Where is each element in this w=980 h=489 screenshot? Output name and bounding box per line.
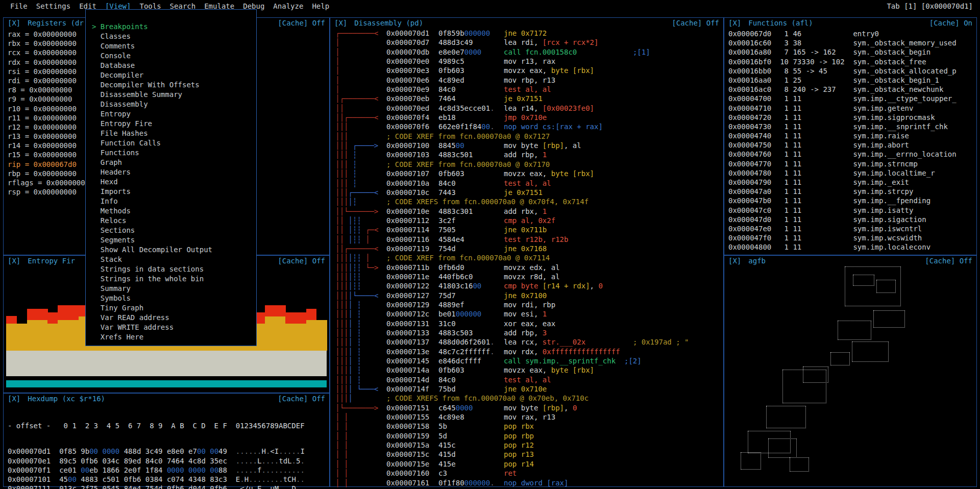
- disasm-address[interactable]: 0x0000715a: [386, 441, 438, 450]
- disasm-address[interactable]: 0x00007151: [386, 403, 438, 412]
- view-menu-item-summary[interactable]: Summary: [92, 284, 256, 294]
- view-menu-item-strings-in-data-sections[interactable]: Strings in data sections: [92, 264, 256, 274]
- close-icon[interactable]: [X]: [8, 395, 20, 403]
- view-menu-item-graph[interactable]: Graph: [92, 158, 256, 167]
- function-row[interactable]: 0x00004800 1 11 sym.imp.localeconv: [728, 242, 976, 252]
- disasm-line[interactable]: ││0x000070ed4c8d35ecce01.lea r14, [0x000…: [335, 104, 723, 113]
- disasm-address[interactable]: 0x00007114: [386, 225, 438, 234]
- disasm-line[interactable]: │0x000070e04989c5mov r13, rax: [335, 57, 723, 66]
- disasm-line[interactable]: ││┌──────<0x00007119754djne 0x7168: [335, 244, 723, 253]
- disasm-line[interactable]: │0x000070e984c0test al, al: [335, 85, 723, 94]
- view-menu-item-file-hashes[interactable]: File Hashes: [92, 129, 256, 138]
- function-row[interactable]: 0x000067d0 1 46 entry0: [728, 29, 976, 38]
- disasm-line[interactable]: ││││┆┆0x0000711e440fb6c0movzx r8d, al: [335, 272, 723, 281]
- disasm-line[interactable]: │││ ┆0x0000710a84c0test al, al: [335, 179, 723, 188]
- disasm-comment-line[interactable]: │││; CODE XREF from fcn.000070a0 @ 0x712…: [335, 132, 723, 141]
- hexdump-row[interactable]: 0x00007101 4500 4883 c501 0fb6 0384 c074…: [8, 475, 329, 484]
- function-row[interactable]: 0x00004740 1 11 sym.imp.raise: [728, 131, 976, 140]
- disasm-line[interactable]: │││ ┆0x000071070fb603movzx eax, byte [rb…: [335, 169, 723, 178]
- hexdump-row[interactable]: 0x000070f1 ce01 00eb 1866 2e0f 1f84 0000…: [8, 466, 329, 475]
- disasm-address[interactable]: 0x0000712c: [386, 309, 438, 319]
- disasm-address[interactable]: 0x00007161: [386, 478, 438, 487]
- function-row[interactable]: 0x000047b0 1 11 sym.imp.__fpending: [728, 196, 976, 205]
- disasm-line[interactable]: ││││ └───<0x0000714f75bdjne 0x710e: [335, 384, 723, 394]
- disasm-line[interactable]: ││ │┆┆ ┌─<0x000071147505jne 0x711b: [335, 225, 723, 234]
- close-icon[interactable]: [X]: [334, 19, 347, 27]
- disasm-address[interactable]: 0x0000711b: [386, 263, 438, 272]
- view-menu-item-disassembly[interactable]: Disassembly: [92, 100, 256, 109]
- view-menu-item-methods[interactable]: Methods: [92, 206, 256, 216]
- view-menu-item-comments[interactable]: Comments: [92, 41, 256, 51]
- disasm-comment-line[interactable]: ││││┆; CODE XREFS from fcn.000070a0 @ 0x…: [335, 197, 723, 206]
- disasm-address[interactable]: 0x0000710e: [386, 207, 438, 216]
- view-menu-item-breakpoints[interactable]: > Breakpoints: [92, 22, 256, 32]
- view-menu-item-imports[interactable]: Imports: [92, 187, 256, 197]
- hexdump-row[interactable]: 0x00007111 013c 2f75 0545 84e4 754d 0fb6…: [8, 484, 329, 489]
- view-menu-item-entropy[interactable]: Entropy: [92, 109, 256, 119]
- disasm-line[interactable]: ││┌──────<0x000070f4eb18jmp 0x710e: [335, 113, 723, 122]
- disasm-address[interactable]: 0x0000710a: [386, 179, 438, 188]
- disasm-address[interactable]: 0x0000715e: [386, 459, 438, 469]
- disasm-address[interactable]: 0x000070f4: [386, 113, 438, 122]
- function-row[interactable]: 0x00004780 1 11 sym.imp.localtime_r: [728, 168, 976, 178]
- function-row[interactable]: 0x00004760 1 11 sym.imp.__errno_location: [728, 150, 976, 159]
- disasm-address[interactable]: 0x00007160: [386, 469, 438, 478]
- disasm-line[interactable]: │└───────>0x00007151c6450000mov byte [rb…: [335, 403, 723, 412]
- disasm-address[interactable]: 0x00007103: [386, 150, 438, 159]
- disasm-line[interactable]: │ │0x0000715c415dpop r13: [335, 450, 723, 459]
- view-menu-item-classes[interactable]: Classes: [92, 32, 256, 41]
- disassembly-panel-titlebar[interactable]: [X]Disassembly (pd)[Cache] Off: [330, 18, 723, 28]
- disasm-address[interactable]: 0x000070eb: [386, 94, 438, 103]
- disasm-address[interactable]: 0x00007116: [386, 235, 438, 244]
- view-menu-item-sections[interactable]: Sections: [92, 226, 256, 235]
- disasm-address[interactable]: 0x0000714f: [386, 384, 438, 394]
- function-row[interactable]: 0x00004720 1 11 sym.imp.sigprocmask: [728, 113, 976, 122]
- disasm-address[interactable]: 0x00007129: [386, 300, 438, 309]
- disasm-line[interactable]: │0x000070d7488d3c49lea rdi, [rcx + rcx*2…: [335, 38, 723, 47]
- view-menu-item-relocs[interactable]: Relocs: [92, 216, 256, 226]
- menu-item-settings[interactable]: Settings: [36, 2, 70, 10]
- disasm-comment-line[interactable]: ││││┆┆ │; CODE XREF from fcn.000070a0 @ …: [335, 253, 723, 262]
- disasm-line[interactable]: ││││┆┆0x0000712241803c1600cmp byte [r14 …: [335, 281, 723, 290]
- disasm-line[interactable]: │││┌─────<0x0000710c7443je 0x7151: [335, 188, 723, 197]
- disasm-line[interactable]: │ │0x00007160c3ret: [335, 469, 723, 478]
- disasm-line[interactable]: │││ ┌────>0x00007100884500mov byte [rbp]…: [335, 141, 723, 150]
- disasm-address[interactable]: 0x00007107: [386, 169, 438, 178]
- disasm-line[interactable]: │ │0x0000715a415cpop r12: [335, 441, 723, 450]
- view-menu-item-hexd[interactable]: Hexd: [92, 177, 256, 187]
- function-row[interactable]: 0x00004710 1 11 sym.imp.getenv: [728, 104, 976, 113]
- view-menu-item-stack[interactable]: Stack: [92, 255, 256, 264]
- disasm-line[interactable]: │ │0x000071595dpop rbp: [335, 431, 723, 441]
- disasm-address[interactable]: 0x000070e3: [386, 66, 438, 75]
- disasm-line[interactable]: ││││ ┆0x0000713e48c7c2ffffff.mov rdx, 0x…: [335, 347, 723, 356]
- disasm-address[interactable]: 0x000070f6: [386, 122, 438, 131]
- close-icon[interactable]: [X]: [8, 257, 20, 265]
- view-menu-item-entropy-fire[interactable]: Entropy Fire: [92, 119, 256, 129]
- disasm-address[interactable]: 0x00007158: [386, 422, 438, 431]
- hexdump-panel-titlebar[interactable]: [X]Hexdump (xc $r*16)[Cache] Off: [4, 394, 329, 404]
- disasm-address[interactable]: 0x0000711e: [386, 272, 438, 281]
- disasm-address[interactable]: 0x00007119: [386, 244, 438, 253]
- function-row[interactable]: 0x00016c60 3 38 sym._obstack_memory_used: [728, 38, 976, 47]
- function-row[interactable]: 0x000047c0 1 11 sym.imp.isatty: [728, 206, 976, 215]
- disasm-address[interactable]: 0x000070ed: [386, 104, 438, 113]
- view-menu-item-headers[interactable]: Headers: [92, 167, 256, 177]
- disasm-line[interactable]: │0x000070dbe8e0e70000call fcn.000158c0 ;…: [335, 47, 723, 57]
- disasm-line[interactable]: │ │0x000071610f1f80000000.nop dword [rax…: [335, 478, 723, 487]
- hexdump-row[interactable]: 0x000070d1 0f85 9b00 0000 488d 3c49 e8e0…: [8, 447, 329, 456]
- disasm-line[interactable]: ││││ ┆0x000071334883c503add rbp, 3: [335, 328, 723, 337]
- function-row[interactable]: 0x00004790 1 11 sym.imp._exit: [728, 178, 976, 187]
- disasm-line[interactable]: ││││ ┆0x0000714d84c0test al, al: [335, 375, 723, 384]
- disasm-address[interactable]: 0x0000710c: [386, 188, 438, 197]
- disasm-comment-line[interactable]: ││││; CODE XREFS from fcn.000070a0 @ 0x7…: [335, 394, 723, 403]
- disasm-address[interactable]: 0x000070d7: [386, 38, 438, 47]
- view-menu-item-decompiler-with-offsets[interactable]: Decompiler With Offsets: [92, 80, 256, 90]
- function-row[interactable]: 0x00004770 1 11 sym.imp.strncmp: [728, 159, 976, 168]
- disasm-line[interactable]: │ │0x0000715e415epop r14: [335, 459, 723, 469]
- disasm-line[interactable]: ││││ ┆0x0000713131c0xor eax, eax: [335, 319, 723, 328]
- disasm-address[interactable]: 0x0000713e: [386, 347, 438, 356]
- function-row[interactable]: 0x000047d0 1 11 sym.imp.sigaction: [728, 215, 976, 224]
- menu-item-analyze[interactable]: Analyze: [273, 2, 303, 10]
- disasm-line[interactable]: ┌────────<0x000070d10f859b000000jne 0x71…: [335, 29, 723, 38]
- disasm-line[interactable]: │ │0x000071554c89e8mov rax, r13: [335, 412, 723, 422]
